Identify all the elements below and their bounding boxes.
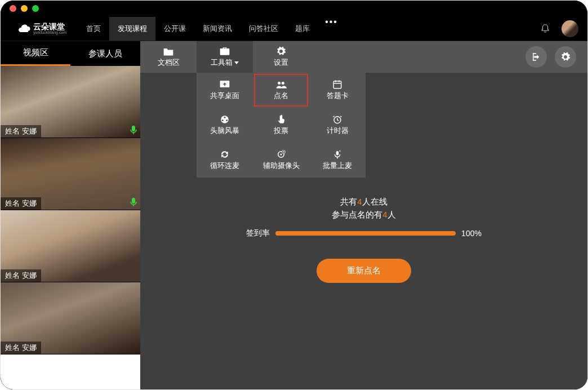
refresh-icon xyxy=(219,149,230,159)
window-zoom-dot[interactable] xyxy=(32,5,39,12)
bell-icon[interactable] xyxy=(540,23,550,35)
rollcall-panel: 共有4人在线 参与点名的有4人 签到率 100% 重新点名 xyxy=(140,197,587,283)
signin-rate-value: 100% xyxy=(461,229,482,238)
folder-icon xyxy=(163,46,174,56)
brand-logo[interactable]: 云朵课堂 yunduoketang.com xyxy=(17,22,66,36)
svg-point-7 xyxy=(224,117,226,118)
chevron-down-icon xyxy=(234,61,239,64)
user-avatar[interactable] xyxy=(562,20,578,37)
mic-up-icon xyxy=(332,149,343,159)
alarm-icon xyxy=(332,114,343,125)
batch-mic-item[interactable]: 批量上麦 xyxy=(309,143,366,178)
svg-point-4 xyxy=(282,82,284,85)
video-tile-empty xyxy=(1,354,140,389)
video-tile[interactable]: 姓名 安娜 xyxy=(1,282,140,354)
signin-rate-label: 签到率 xyxy=(246,228,270,238)
vote-item[interactable]: 投票 xyxy=(253,108,309,143)
participant-count-line: 参与点名的有4人 xyxy=(332,210,395,220)
exit-icon xyxy=(531,52,541,62)
tab-toolbox[interactable]: 工具箱 xyxy=(197,41,253,73)
video-tile[interactable]: 姓名 安娜 xyxy=(1,210,140,282)
answer-card-item[interactable]: 答题卡 xyxy=(309,73,366,108)
people-icon xyxy=(275,79,287,90)
signin-progress-bar xyxy=(275,231,456,236)
mic-on-icon xyxy=(130,125,137,134)
svg-point-8 xyxy=(222,119,224,121)
aux-camera-item[interactable]: 辅助摄像头 xyxy=(253,143,309,178)
tab-settings[interactable]: 设置 xyxy=(253,41,309,73)
nav-news[interactable]: 新闻资讯 xyxy=(194,17,240,41)
nav-open-class[interactable]: 公开课 xyxy=(155,17,194,41)
brand-domain: yunduoketang.com xyxy=(33,30,66,34)
gear-icon xyxy=(275,46,287,56)
brainstorm-item[interactable]: 头脑风暴 xyxy=(197,108,253,143)
gear-icon xyxy=(560,52,571,62)
participant-name: 姓名 安娜 xyxy=(1,342,41,354)
video-tile[interactable]: 姓名 安娜 xyxy=(1,138,140,210)
tab-attendees[interactable]: 参课人员 xyxy=(70,41,140,66)
top-nav: 云朵课堂 yunduoketang.com 首页 发现课程 公开课 新闻资讯 问… xyxy=(1,16,587,41)
sidebar-tabs: 视频区 参课人员 xyxy=(1,41,140,66)
screen-share-icon xyxy=(219,79,230,90)
online-count-line: 共有4人在线 xyxy=(340,197,387,207)
svg-point-3 xyxy=(278,82,280,85)
nav-more[interactable]: ••• xyxy=(318,17,345,41)
loop-mic-item[interactable]: 循环连麦 xyxy=(197,143,253,178)
video-list: 姓名 安娜 姓名 安娜 姓名 安娜 姓名 安娜 xyxy=(1,66,140,389)
roll-call-item[interactable]: 点名 xyxy=(253,73,309,108)
participant-name: 姓名 安娜 xyxy=(1,125,41,138)
app-window: 云朵课堂 yunduoketang.com 首页 发现课程 公开课 新闻资讯 问… xyxy=(0,0,588,390)
tab-documents[interactable]: 文档区 xyxy=(140,41,197,73)
toolbox-dropdown: 共享桌面 点名 答题卡 头脑风暴 投票 xyxy=(197,73,366,178)
briefcase-icon xyxy=(219,46,230,56)
participant-name: 姓名 安娜 xyxy=(1,197,41,210)
share-screen-item[interactable]: 共享桌面 xyxy=(197,73,253,108)
signin-rate-row: 签到率 100% xyxy=(246,228,482,238)
brand-name: 云朵课堂 xyxy=(33,23,66,30)
nav-home[interactable]: 首页 xyxy=(78,17,109,41)
calendar-icon xyxy=(332,79,343,90)
tab-video[interactable]: 视频区 xyxy=(1,41,70,66)
content-area: 文档区 工具箱 设置 xyxy=(140,41,587,389)
svg-rect-5 xyxy=(333,81,341,88)
timer-item[interactable]: 计时器 xyxy=(309,108,366,143)
camera-add-icon xyxy=(275,149,287,159)
touch-icon xyxy=(275,114,287,125)
nav-bank[interactable]: 题库 xyxy=(287,17,318,41)
svg-point-12 xyxy=(280,154,282,156)
exit-button[interactable] xyxy=(525,46,547,68)
sidebar: 视频区 参课人员 姓名 安娜 姓名 安娜 姓名 安娜 xyxy=(1,41,140,389)
participant-name: 姓名 安娜 xyxy=(1,269,41,282)
svg-rect-0 xyxy=(132,126,135,131)
nav-links: 首页 发现课程 公开课 新闻资讯 问答社区 题库 ••• xyxy=(78,17,345,41)
mic-on-icon xyxy=(130,197,137,206)
svg-rect-1 xyxy=(132,198,135,203)
svg-rect-14 xyxy=(336,151,339,156)
window-titlebar xyxy=(1,1,587,16)
window-close-dot[interactable] xyxy=(10,5,16,12)
film-reel-icon xyxy=(219,114,230,125)
nav-qa[interactable]: 问答社区 xyxy=(240,17,287,41)
action-toolbar: 文档区 工具箱 设置 xyxy=(140,41,587,73)
nav-discover[interactable]: 发现课程 xyxy=(109,17,155,41)
cloud-icon xyxy=(17,22,31,36)
svg-point-9 xyxy=(226,119,228,121)
redo-rollcall-button[interactable]: 重新点名 xyxy=(317,259,411,283)
window-minimize-dot[interactable] xyxy=(21,5,28,12)
main-area: 视频区 参课人员 姓名 安娜 姓名 安娜 姓名 安娜 xyxy=(1,41,587,389)
settings-button[interactable] xyxy=(555,46,576,68)
video-tile[interactable]: 姓名 安娜 xyxy=(1,66,140,138)
